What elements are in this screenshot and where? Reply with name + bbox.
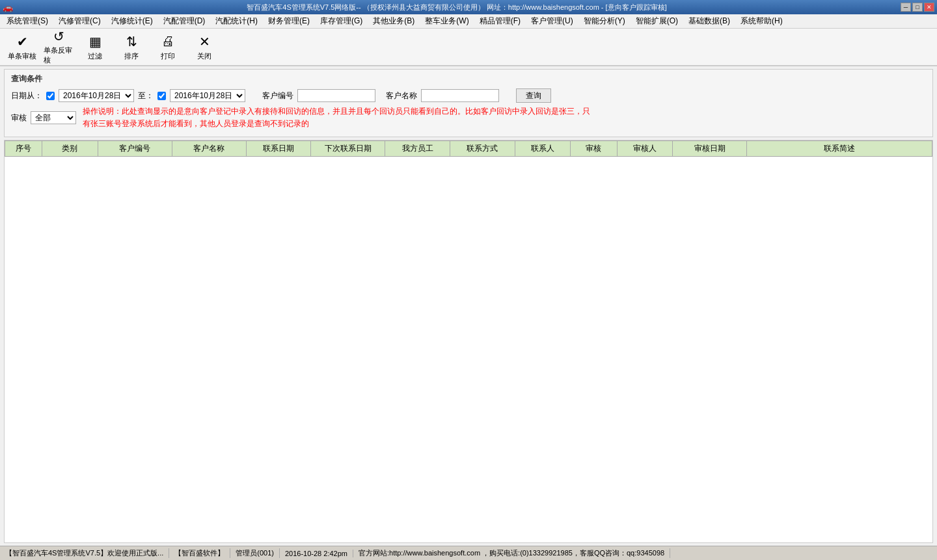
date-from-select[interactable]: 2016年10月28日: [59, 89, 134, 102]
status-bar: 【智百盛汽车4S管理系统V7.5】欢迎使用正式版... 【智百盛软件】 管理员(…: [0, 546, 937, 560]
col-header: 类别: [42, 141, 98, 157]
filter-btn[interactable]: ▦过滤: [78, 31, 112, 63]
menu-item[interactable]: 系统帮助(H): [735, 14, 788, 28]
query-area: 查询条件 日期从： 2016年10月28日 至： 2016年10月28日 客户编…: [4, 69, 933, 137]
single-reverse-btn[interactable]: ↺单条反审核: [42, 31, 75, 63]
menu-item[interactable]: 汽配统计(H): [210, 14, 263, 28]
menu-item[interactable]: 客户管理(U): [526, 14, 578, 28]
menu-item[interactable]: 系统管理(S): [1, 14, 53, 28]
title-bar: 🚗 智百盛汽车4S管理系统V7.5网络版-- （授权泽州县大益商贸有限公司使用）…: [0, 0, 937, 14]
print-btn[interactable]: 🖨打印: [151, 31, 185, 63]
close-window-btn[interactable]: ✕: [924, 3, 934, 12]
menu-item[interactable]: 汽修管理(C): [53, 14, 106, 28]
audit-select[interactable]: 全部 已审核 未审核: [31, 111, 76, 124]
date-to-label: 至：: [138, 90, 154, 101]
sort-btn-icon: ⇅: [122, 33, 141, 50]
customer-code-input[interactable]: [297, 89, 375, 102]
toolbar: ✔单条审核↺单条反审核▦过滤⇅排序🖨打印✕关闭: [0, 29, 937, 66]
col-header: 客户名称: [172, 141, 246, 157]
date-from-label: 日期从：: [11, 90, 42, 101]
title-text: 智百盛汽车4S管理系统V7.5网络版-- （授权泽州县大益商贸有限公司使用） 网…: [13, 3, 901, 12]
filter-btn-icon: ▦: [86, 33, 104, 50]
menu-item[interactable]: 库存管理(G): [315, 14, 368, 28]
query-row-date: 日期从： 2016年10月28日 至： 2016年10月28日 客户编号 客户名…: [11, 88, 926, 103]
menu-item[interactable]: 基础数据(B): [683, 14, 735, 28]
col-header: 联系简述: [747, 141, 932, 157]
col-header: 审核日期: [673, 141, 747, 157]
print-btn-label: 打印: [161, 51, 175, 61]
notice-text: 操作说明：此处查询显示的是意向客户登记中录入有接待和回访的信息，并且并且每个回访…: [83, 105, 590, 130]
menu-item[interactable]: 智能扩展(O): [631, 14, 683, 28]
restore-btn[interactable]: □: [912, 3, 923, 12]
col-header: 联系方式: [450, 141, 515, 157]
filter-btn-label: 过滤: [88, 51, 102, 61]
customer-code-label: 客户编号: [262, 90, 293, 101]
single-audit-btn-icon: ✔: [13, 33, 31, 50]
single-audit-btn-label: 单条审核: [8, 51, 36, 61]
sort-btn-label: 排序: [124, 51, 139, 61]
data-table: 序号类别客户编号客户名称联系日期下次联系日期我方员工联系方式联系人审核审核人审核…: [5, 140, 932, 157]
menu-item[interactable]: 整车业务(W): [420, 14, 474, 28]
menu-bar: 系统管理(S)汽修管理(C)汽修统计(E)汽配管理(D)汽配统计(H)财务管理(…: [0, 14, 937, 29]
customer-name-input[interactable]: [421, 89, 499, 102]
menu-item[interactable]: 智能分析(Y): [578, 14, 631, 28]
search-button[interactable]: 查询: [516, 88, 551, 103]
table-header: 序号类别客户编号客户名称联系日期下次联系日期我方员工联系方式联系人审核审核人审核…: [5, 141, 932, 157]
col-header: 序号: [5, 141, 42, 157]
menu-item[interactable]: 汽配管理(D): [158, 14, 211, 28]
status-seg-2: 【智百盛软件】: [169, 548, 230, 558]
audit-label: 审核: [11, 113, 27, 124]
close-btn-label: 关闭: [197, 51, 211, 61]
minimize-btn[interactable]: ─: [901, 3, 911, 12]
col-header: 联系人: [515, 141, 571, 157]
menu-item[interactable]: 汽修统计(E): [106, 14, 158, 28]
single-audit-btn[interactable]: ✔单条审核: [5, 31, 39, 63]
menu-item[interactable]: 其他业务(B): [368, 14, 420, 28]
col-header: 客户编号: [98, 141, 172, 157]
table-area: 序号类别客户编号客户名称联系日期下次联系日期我方员工联系方式联系人审核审核人审核…: [4, 140, 933, 543]
sort-btn[interactable]: ⇅排序: [115, 31, 148, 63]
menu-item[interactable]: 精品管理(F): [474, 14, 526, 28]
status-seg-4: 2016-10-28 2:42pm: [280, 550, 353, 557]
query-title: 查询条件: [11, 73, 926, 85]
window-controls: ─ □ ✕: [901, 3, 934, 12]
print-btn-icon: 🖨: [159, 33, 177, 50]
query-row-audit: 审核 全部 已审核 未审核 操作说明：此处查询显示的是意向客户登记中录入有接待和…: [11, 105, 926, 130]
col-header: 联系日期: [246, 141, 311, 157]
col-header: 审核: [571, 141, 617, 157]
status-seg-3: 管理员(001): [230, 548, 280, 558]
single-reverse-btn-icon: ↺: [49, 29, 68, 44]
close-btn-icon: ✕: [195, 33, 213, 50]
col-header: 审核人: [617, 141, 673, 157]
single-reverse-btn-label: 单条反审核: [44, 46, 74, 65]
date-from-checkbox[interactable]: [46, 92, 55, 100]
col-header: 我方员工: [385, 141, 450, 157]
status-seg-5: 官方网站:http://www.baishengsoft.com ，购买电话:(…: [353, 548, 670, 558]
col-header: 下次联系日期: [311, 141, 385, 157]
status-seg-1: 【智百盛汽车4S管理系统V7.5】欢迎使用正式版...: [3, 548, 169, 558]
customer-name-label: 客户名称: [386, 90, 417, 101]
date-to-select[interactable]: 2016年10月28日: [170, 89, 245, 102]
date-to-checkbox[interactable]: [157, 92, 166, 100]
close-btn[interactable]: ✕关闭: [187, 31, 221, 63]
menu-item[interactable]: 财务管理(E): [263, 14, 315, 28]
